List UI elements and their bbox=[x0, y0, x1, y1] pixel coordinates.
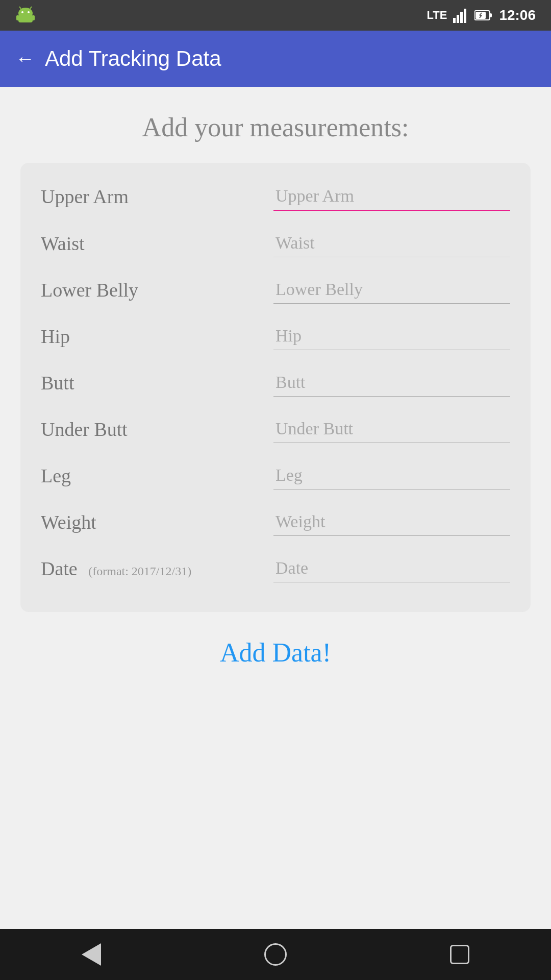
android-icon bbox=[15, 5, 36, 26]
label-hip: Hip bbox=[41, 325, 273, 348]
label-lower-belly: Lower Belly bbox=[41, 279, 273, 301]
nav-back-button[interactable] bbox=[82, 943, 101, 966]
nav-recents-button[interactable] bbox=[450, 945, 469, 964]
form-row-date: Date (format: 2017/12/31) bbox=[41, 545, 510, 592]
main-content: Add your measurements: Upper Arm Waist L… bbox=[0, 87, 551, 929]
label-upper-arm: Upper Arm bbox=[41, 185, 273, 208]
svg-rect-9 bbox=[457, 15, 459, 23]
svg-line-5 bbox=[30, 7, 32, 9]
svg-rect-1 bbox=[18, 14, 33, 22]
time-display: 12:06 bbox=[499, 7, 536, 23]
input-hip[interactable] bbox=[273, 322, 510, 350]
status-bar-right: LTE 12:06 bbox=[427, 7, 536, 23]
nav-bar bbox=[0, 929, 551, 980]
svg-rect-6 bbox=[16, 15, 19, 20]
label-leg: Leg bbox=[41, 464, 273, 487]
signal-icon bbox=[453, 8, 468, 23]
nav-home-button[interactable] bbox=[264, 943, 287, 966]
label-date: Date (format: 2017/12/31) bbox=[41, 557, 273, 580]
input-under-butt[interactable] bbox=[273, 415, 510, 443]
label-butt: Butt bbox=[41, 372, 273, 394]
form-row-under-butt: Under Butt bbox=[41, 406, 510, 452]
form-row-waist: Waist bbox=[41, 220, 510, 266]
svg-rect-8 bbox=[453, 18, 456, 23]
input-date[interactable] bbox=[273, 554, 510, 582]
add-data-button[interactable]: Add Data! bbox=[220, 638, 331, 668]
svg-line-4 bbox=[19, 7, 21, 9]
form-row-weight: Weight bbox=[41, 499, 510, 545]
input-butt[interactable] bbox=[273, 369, 510, 397]
svg-rect-7 bbox=[32, 15, 35, 20]
network-indicator: LTE bbox=[427, 9, 447, 22]
form-row-upper-arm: Upper Arm bbox=[41, 173, 510, 220]
label-weight: Weight bbox=[41, 511, 273, 533]
input-lower-belly[interactable] bbox=[273, 276, 510, 304]
battery-icon bbox=[474, 10, 493, 21]
svg-rect-10 bbox=[460, 12, 463, 23]
status-bar: LTE 12:06 bbox=[0, 0, 551, 31]
header-title: Add Tracking Data bbox=[45, 46, 221, 71]
svg-rect-13 bbox=[490, 13, 492, 17]
input-upper-arm[interactable] bbox=[273, 182, 510, 211]
page-title: Add your measurements: bbox=[142, 112, 409, 142]
input-leg[interactable] bbox=[273, 461, 510, 489]
form-row-leg: Leg bbox=[41, 452, 510, 499]
form-row-hip: Hip bbox=[41, 313, 510, 359]
svg-rect-11 bbox=[464, 9, 466, 23]
input-weight[interactable] bbox=[273, 508, 510, 536]
date-format-hint: (format: 2017/12/31) bbox=[88, 565, 191, 578]
app-header: ← Add Tracking Data bbox=[0, 31, 551, 87]
status-bar-left bbox=[15, 5, 36, 26]
label-under-butt: Under Butt bbox=[41, 418, 273, 440]
input-waist[interactable] bbox=[273, 229, 510, 257]
label-waist: Waist bbox=[41, 232, 273, 255]
form-row-lower-belly: Lower Belly bbox=[41, 266, 510, 313]
svg-point-2 bbox=[21, 11, 23, 13]
back-button[interactable]: ← bbox=[15, 48, 35, 70]
form-row-butt: Butt bbox=[41, 359, 510, 406]
svg-point-3 bbox=[28, 11, 30, 13]
form-card: Upper Arm Waist Lower Belly Hip Butt Und… bbox=[20, 163, 531, 612]
